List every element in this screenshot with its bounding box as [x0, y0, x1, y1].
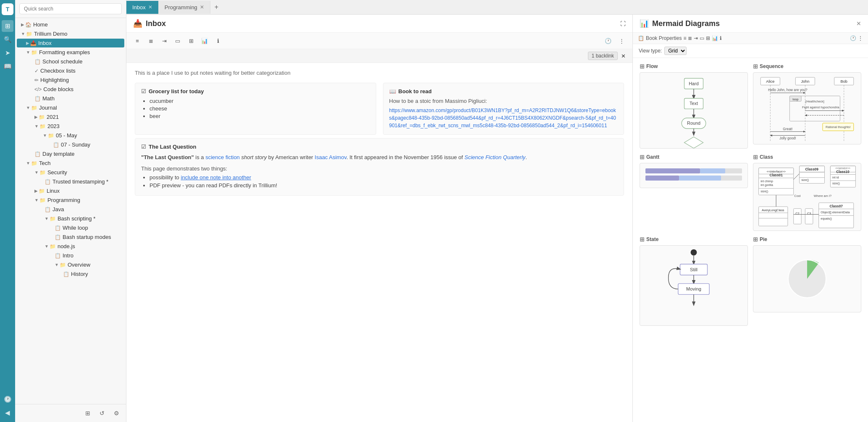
sidebar-item-label: Intro	[63, 252, 73, 259]
tab-programming-close[interactable]: ✕	[200, 4, 204, 10]
sidebar-item-07-sunday[interactable]: 📋 07 - Sunday	[17, 140, 124, 149]
rail-notes-icon[interactable]: ⊞	[2, 20, 13, 32]
svg-marker-9	[684, 137, 703, 148]
view-type-select[interactable]: Grid List	[664, 47, 687, 55]
sidebar-item-overview[interactable]: ▼ 📁 Overview	[17, 260, 124, 269]
mermaid-tb-7[interactable]: ℹ	[720, 35, 722, 41]
grocery-card: ☑ Grocery list for today cucumber cheese…	[135, 83, 376, 135]
book-properties-label[interactable]: Book Properties	[646, 35, 682, 41]
sidebar-item-home[interactable]: ▶ 🏠 Home	[17, 20, 124, 29]
mermaid-more-icon[interactable]: ⋮	[858, 35, 863, 41]
rail-navigate-icon[interactable]: ➤	[2, 47, 13, 59]
sidebar-item-code-blocks[interactable]: </> Code blocks	[17, 85, 124, 94]
note-icon: 📋	[55, 234, 61, 240]
expand-button[interactable]: ⛶	[620, 21, 626, 27]
sidebar-item-day-template[interactable]: 📋 Day template	[17, 149, 124, 158]
lq-link-sfq[interactable]: Science Fiction Quarterly	[464, 154, 525, 160]
settings-button[interactable]: ⚙	[111, 408, 122, 419]
demo-item-2: PDF preview - you can read PDFs directly…	[149, 182, 618, 189]
lq-link-scifi[interactable]: science fiction	[205, 154, 240, 160]
diagram-label-flow: ⊞ Flow	[640, 63, 748, 70]
tab-programming[interactable]: Programming ✕	[159, 1, 210, 14]
svg-text:size(): size()	[801, 178, 809, 182]
note-icon: 📋	[45, 207, 51, 212]
toolbar-format-icon[interactable]: ▭	[172, 35, 184, 46]
sidebar-search-container	[15, 0, 126, 18]
sidebar-item-programming[interactable]: ▼ 📁 Programming	[17, 196, 124, 204]
sidebar-item-2023[interactable]: ▼ 📁 2023	[17, 122, 124, 131]
sidebar-item-highlighting[interactable]: ✏ Highlighting	[17, 76, 124, 84]
pie-svg	[782, 254, 832, 304]
toolbar-chart-icon[interactable]: 📊	[199, 35, 210, 46]
diagram-section-state: ⊞ State Still	[640, 236, 748, 326]
toolbar-more-icon[interactable]: ⋮	[616, 35, 627, 46]
view-type-bar: View type: Grid List	[633, 44, 868, 58]
tab-add-button[interactable]: +	[210, 0, 223, 14]
svg-text:Great!: Great!	[783, 127, 792, 131]
mermaid-close-button[interactable]: ✕	[856, 20, 861, 27]
sidebar-item-tech[interactable]: ▼ 📁 Tech	[17, 159, 124, 168]
demo-item-1: possibility to include one note into ano…	[149, 174, 618, 181]
sidebar-item-while-loop[interactable]: 📋 While loop	[17, 223, 124, 232]
mermaid-tb-2[interactable]: ≣	[688, 35, 692, 41]
book-card: 📖 Book to read How to be a stoic from Ma…	[383, 83, 624, 135]
sidebar-item-math[interactable]: 📋 Math	[17, 94, 124, 103]
state-icon: ⊞	[640, 236, 645, 243]
toolbar-align-icon[interactable]: ≣	[145, 35, 157, 46]
app-logo[interactable]: T	[2, 3, 13, 15]
rail-book-icon[interactable]: 📖	[2, 60, 13, 72]
refresh-button[interactable]: ↺	[97, 408, 108, 419]
sidebar-item-linux[interactable]: ▶ 📁 Linux	[17, 186, 124, 195]
svg-text:Class01: Class01	[769, 173, 783, 177]
sidebar-item-java[interactable]: 📋 Java	[17, 205, 124, 214]
tab-inbox[interactable]: Inbox ✕	[126, 1, 159, 14]
close-info-icon[interactable]: ✕	[621, 53, 626, 59]
toolbar-table-icon[interactable]: ⊞	[185, 35, 197, 46]
sidebar-item-history[interactable]: 📋 History	[17, 270, 124, 278]
sidebar-item-2021[interactable]: ▶ 📁 2021	[17, 113, 124, 121]
mermaid-tb-1[interactable]: ≡	[683, 35, 686, 41]
tab-inbox-close[interactable]: ✕	[148, 4, 152, 10]
toolbar-text-icon[interactable]: ≡	[131, 35, 143, 46]
search-input[interactable]	[19, 3, 122, 14]
backlink-badge[interactable]: 1 backlink	[588, 52, 618, 60]
mermaid-tb-6[interactable]: 📊	[712, 35, 718, 41]
rail-search-icon[interactable]: 🔍	[2, 34, 13, 45]
rail-history-icon[interactable]: 🕐	[2, 393, 13, 405]
rail-collapse-icon[interactable]: ◀	[2, 407, 13, 419]
layers-button[interactable]: ⊞	[82, 408, 93, 419]
sidebar-item-journal[interactable]: ▼ 📁 Journal	[17, 103, 124, 112]
sidebar-item-trusted-timestamping[interactable]: 📋 Trusted timestamping *	[17, 177, 124, 186]
sidebar-item-intro[interactable]: 📋 Intro	[17, 251, 124, 260]
toolbar-indent-icon[interactable]: ⇥	[158, 35, 170, 46]
sidebar-item-05-may[interactable]: ▼ 📁 05 - May	[17, 131, 124, 140]
sidebar-item-formatting-examples[interactable]: ▼ 📁 Formatting examples	[17, 48, 124, 57]
mermaid-tb-5[interactable]: ⊞	[706, 35, 710, 41]
sidebar-item-school-schedule[interactable]: 📋 School schedule	[17, 57, 124, 66]
note-icon: 📋	[55, 225, 61, 231]
sidebar-item-label: Java	[52, 206, 64, 212]
sidebar-item-root[interactable]: ▼ 📁 Trillium Demo	[17, 29, 124, 38]
sidebar-item-label: Trusted timestamping *	[52, 178, 108, 185]
sidebar-item-nodejs[interactable]: ▼ 📁 node.js	[17, 242, 124, 251]
diagram-label-pie: ⊞ Pie	[753, 236, 861, 243]
lq-link-asimov[interactable]: Isaac Asimov	[315, 154, 346, 160]
svg-line-65	[794, 174, 800, 180]
mermaid-tb-4[interactable]: ▭	[700, 35, 704, 41]
toolbar-info-icon[interactable]: ℹ	[212, 35, 224, 46]
sidebar-item-security[interactable]: ▼ 📁 Security	[17, 168, 124, 177]
mermaid-tb-3[interactable]: ⇥	[694, 35, 698, 41]
sidebar-item-label: Code blocks	[43, 86, 73, 92]
sidebar-item-label: Math	[42, 95, 55, 102]
toolbar-history-icon[interactable]: 🕐	[602, 35, 614, 46]
book-link[interactable]: https://www.amazon.com/gp/product/B01K3W…	[389, 107, 616, 128]
sidebar-item-checkbox-lists[interactable]: ✓ Checkbox lists	[17, 66, 124, 75]
svg-rect-41	[679, 176, 721, 181]
demo-list: possibility to include one note into ano…	[141, 174, 618, 189]
mermaid-history-icon[interactable]: 🕐	[850, 35, 856, 41]
sidebar-item-inbox[interactable]: ▶ 📥 Inbox	[17, 39, 124, 47]
demo-link-include[interactable]: include one note into another	[181, 174, 251, 181]
sidebar-item-bash-scripting[interactable]: ▼ 📁 Bash scripting *	[17, 214, 124, 223]
sidebar-item-bash-startup-modes[interactable]: 📋 Bash startup modes	[17, 233, 124, 241]
lq-bold: "The Last Question"	[141, 154, 194, 160]
